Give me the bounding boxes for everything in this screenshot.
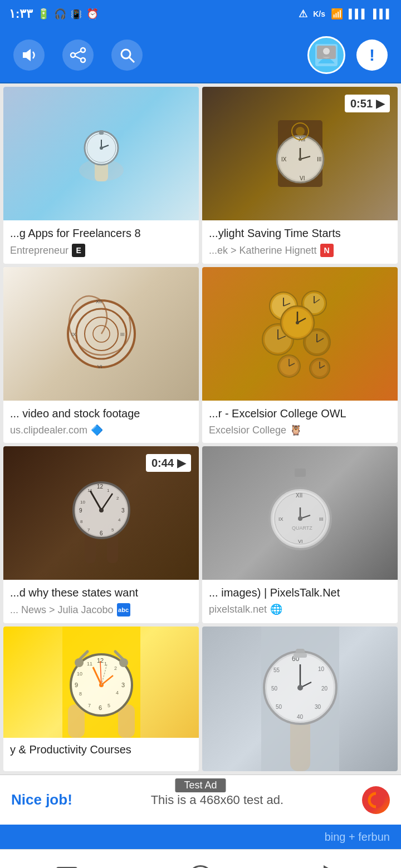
status-vibrate-icon: 📳 — [71, 9, 82, 19]
svg-point-106 — [75, 658, 84, 667]
svg-point-3 — [71, 53, 75, 57]
status-signal2-icon: ▌▌▌ — [373, 9, 392, 19]
grid-card-5[interactable]: 12 3 6 9 1 2 4 5 7 8 10 11 0:44 ▶ — [3, 446, 199, 623]
svg-text:XII: XII — [96, 299, 102, 304]
svg-text:VI: VI — [300, 175, 305, 181]
svg-line-4 — [75, 51, 81, 54]
svg-text:12: 12 — [97, 484, 104, 490]
status-data-icon: K/s — [313, 9, 325, 18]
toolbar-left — [13, 40, 143, 71]
svg-text:8: 8 — [79, 691, 82, 697]
svg-text:III: III — [319, 516, 324, 522]
ad-nicejob: Nice job! — [11, 791, 72, 808]
svg-text:4: 4 — [116, 690, 119, 696]
svg-text:10: 10 — [77, 671, 82, 677]
share-button[interactable] — [62, 40, 94, 71]
card-image-7: 12 3 6 9 1 2 4 5 7 8 10 11 — [3, 627, 199, 738]
speaker-button[interactable] — [13, 40, 45, 71]
info-button[interactable]: ! — [356, 40, 388, 71]
card-image-4 — [202, 267, 398, 401]
svg-text:5: 5 — [107, 703, 110, 708]
svg-text:3: 3 — [121, 507, 125, 514]
bing-text: bing + ferbun — [325, 831, 390, 844]
svg-text:2: 2 — [116, 496, 119, 501]
svg-point-60 — [296, 321, 299, 324]
svg-text:50: 50 — [271, 685, 278, 692]
grid-card-3[interactable]: XII III VI IX ... video and stock footag… — [3, 267, 199, 443]
video-badge-5: 0:44 ▶ — [146, 454, 191, 472]
grid-card-6[interactable]: XII III VI IX QUARTZ ... images) | Pixel… — [202, 446, 398, 623]
card-source-1: Entrepreneur E — [10, 244, 192, 257]
card-title-4: ...r - Excelsior College OWL — [209, 406, 391, 421]
status-battery-icon: 🔋 — [37, 8, 50, 20]
svg-text:5: 5 — [111, 527, 114, 532]
image-grid: ...g Apps for Freelancers 8 Entrepreneur… — [0, 83, 401, 775]
search-button[interactable] — [111, 40, 143, 71]
card-source-4: Excelsior College 🦉 — [209, 424, 391, 436]
status-bar: ۱:۳۳ 🔋 🎧 📳 ⏰ ⚠ K/s 📶 ▌▌▌ ▌▌▌ — [0, 0, 401, 28]
card-text-5: ...d why these states want ... News > Ju… — [3, 580, 199, 623]
svg-text:7: 7 — [87, 527, 90, 532]
svg-rect-88 — [295, 468, 306, 477]
svg-text:20: 20 — [321, 685, 328, 692]
svg-point-98 — [298, 516, 302, 521]
svg-text:8: 8 — [80, 519, 83, 524]
card-source-3: us.clipdealer.com 🔷 — [10, 424, 192, 436]
source-badge-2: N — [320, 244, 334, 257]
card-text-6: ... images) | PixelsTalk.Net pixelstalk.… — [202, 580, 398, 622]
toolbar-right: ! — [307, 36, 388, 74]
svg-text:50: 50 — [276, 704, 282, 710]
home-circle-icon — [188, 865, 213, 869]
grid-card-4[interactable]: ...r - Excelsior College OWL Excelsior C… — [202, 267, 398, 443]
svg-text:11: 11 — [87, 661, 92, 667]
svg-point-87 — [99, 508, 104, 512]
card-image-6: XII III VI IX QUARTZ — [202, 446, 398, 580]
bing-bar: bing + ferbun — [0, 825, 401, 849]
source-icon-4: 🦉 — [290, 424, 302, 436]
svg-point-6 — [121, 50, 130, 58]
profile-avatar[interactable] — [307, 36, 345, 74]
forward-triangle-icon — [324, 865, 345, 869]
back-button[interactable] — [50, 861, 84, 869]
grid-card-7[interactable]: 12 3 6 9 1 2 4 5 7 8 10 11 — [3, 627, 199, 771]
status-signal1-icon: ▌▌▌ — [349, 9, 368, 19]
forward-button[interactable] — [317, 861, 351, 869]
svg-rect-19 — [99, 130, 104, 135]
card-text-2: ...ylight Saving Time Starts ...ek > Kat… — [202, 220, 398, 264]
svg-text:2: 2 — [114, 665, 117, 671]
svg-point-2 — [81, 58, 85, 62]
card-image-5: 12 3 6 9 1 2 4 5 7 8 10 11 0:44 ▶ — [3, 446, 199, 580]
svg-text:10: 10 — [318, 666, 325, 672]
grid-card-1[interactable]: ...g Apps for Freelancers 8 Entrepreneur… — [3, 87, 199, 264]
svg-text:XII: XII — [296, 492, 302, 499]
nav-bar — [0, 849, 401, 868]
svg-point-140 — [297, 685, 303, 691]
svg-point-18 — [100, 146, 103, 150]
svg-text:IX: IX — [281, 156, 287, 162]
source-icon-6: 🌐 — [270, 603, 282, 615]
svg-rect-142 — [294, 653, 307, 658]
svg-text:30: 30 — [315, 704, 321, 710]
card-text-7: y & Productivity Courses — [3, 738, 199, 765]
card-source-5: ... News > Julia Jacobo abc — [10, 603, 192, 617]
status-warning-icon: ⚠ — [299, 8, 307, 20]
svg-point-11 — [323, 48, 330, 55]
svg-text:1: 1 — [107, 488, 110, 493]
card-title-6: ... images) | PixelsTalk.Net — [209, 585, 391, 600]
card-image-2: XII III VI IX 0:51 ▶ — [202, 87, 398, 220]
grid-card-8[interactable]: 60 10 20 30 40 50 50 55 — [202, 627, 398, 771]
svg-point-31 — [296, 127, 305, 136]
svg-text:IX: IX — [278, 516, 283, 522]
card-text-3: ... video and stock footage us.clipdeale… — [3, 401, 199, 443]
card-title-1: ...g Apps for Freelancers 8 — [10, 226, 192, 240]
source-icon-3: 🔷 — [91, 424, 103, 436]
status-wifi-icon: 📶 — [331, 8, 343, 20]
svg-line-5 — [75, 56, 81, 59]
status-headphone-icon: 🎧 — [54, 8, 66, 20]
svg-point-1 — [81, 48, 85, 52]
grid-card-2[interactable]: XII III VI IX 0:51 ▶ ...ylight Saving Ti… — [202, 87, 398, 264]
svg-text:10: 10 — [80, 500, 85, 505]
home-button[interactable] — [184, 861, 217, 869]
card-text-4: ...r - Excelsior College OWL Excelsior C… — [202, 401, 398, 443]
ad-logo — [362, 786, 390, 814]
